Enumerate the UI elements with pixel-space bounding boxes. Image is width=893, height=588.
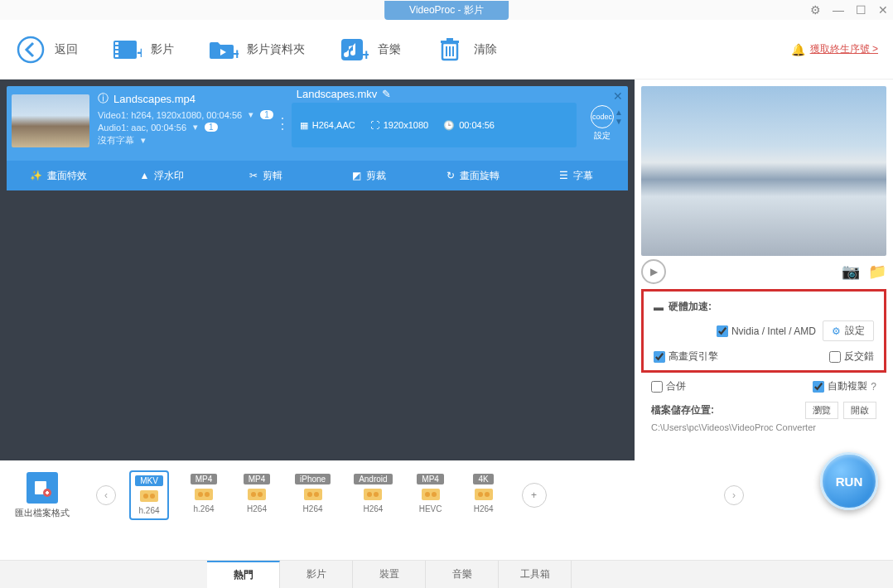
output-info: Landscapes.mkv ✎ ▦H264,AAC ⛶1920x1080 🕒0… [292,103,577,147]
card-up-button[interactable]: ▲ [615,108,623,117]
tab-hot[interactable]: 熱門 [207,561,280,588]
titlebar: VideoProc - 影片 ⚙ — ☐ ✕ [0,0,893,20]
format-item-4k-6[interactable]: 4KH264 [466,470,502,520]
open-folder-button[interactable]: 📁 [868,263,886,281]
format-badge: MP4 [191,474,218,484]
gpu-checkbox[interactable]: Nvidia / Intel / AMD [717,325,816,337]
format-thumb-icon [416,486,446,503]
svg-point-0 [18,37,43,62]
video-card[interactable]: ⓘ Landscapes.mp4 Video1: h264, 1920x1080… [7,86,628,190]
preview-area [641,86,886,256]
deinterlace-checkbox[interactable]: 反交錯 [829,349,874,364]
format-item-mkv-0[interactable]: MKVh.264 [129,470,169,520]
svg-point-22 [143,494,148,499]
source-filename: Landscapes.mp4 [113,93,195,105]
browse-button[interactable]: 瀏覽 [805,402,838,419]
audio-stream-count: 1 [205,123,218,132]
close-icon[interactable]: ✕ [878,3,888,17]
output-format-button[interactable]: 匯出檔案格式 [15,472,70,519]
bottom-area: 匯出檔案格式 ‹ MKVh.264MP4h.264MP4H264iPhoneH2… [0,460,893,588]
tab-trim[interactable]: ✂剪輯 [214,169,317,183]
tab-device[interactable]: 裝置 [353,561,426,588]
window-title: VideoProc - 影片 [384,1,509,20]
tab-subtitle[interactable]: ☰字幕 [524,169,628,183]
clear-button[interactable]: 清除 [434,34,497,65]
scissors-icon: ✂ [249,170,258,181]
minimize-icon[interactable]: — [833,3,844,17]
card-down-button[interactable]: ▼ [615,117,623,126]
svg-point-32 [314,492,319,497]
promo-link[interactable]: 🔔 獲取終生序號 > [791,42,878,56]
hw-settings-button[interactable]: ⚙ 設定 [823,321,874,341]
rotate-icon: ↻ [446,170,455,181]
video-button[interactable]: + 影片 [111,34,174,65]
back-button[interactable]: 返回 [15,34,78,65]
snapshot-button[interactable]: 📷 [842,263,860,281]
format-item-iphone-3[interactable]: iPhoneH264 [292,470,334,520]
autocopy-checkbox[interactable]: 自動複製 ? [813,379,876,393]
help-icon[interactable]: ? [871,381,876,393]
card-close-button[interactable]: ✕ [613,89,623,103]
output-filename: Landscapes.mkv [297,88,378,100]
format-item-mp4-5[interactable]: MP4HEVC [413,470,449,520]
promo-text: 獲取終生序號 > [810,42,878,56]
maximize-icon[interactable]: ☐ [856,3,866,17]
svg-rect-30 [304,489,322,500]
output-location-label: 檔案儲存位置: [651,403,714,417]
chip-icon: ▬ [654,301,664,313]
format-badge: MP4 [244,474,271,484]
add-format-button[interactable]: + [522,483,547,508]
format-codec-label: H264 [303,504,323,513]
svg-rect-16 [446,38,453,41]
resolution-icon: ⛶ [370,120,379,130]
info-icon: ⓘ [98,91,109,106]
svg-rect-9 [341,39,363,60]
svg-rect-21 [140,490,158,502]
open-location-button[interactable]: 開啟 [843,402,876,419]
tab-video[interactable]: 影片 [280,561,353,588]
music-label: 音樂 [378,42,401,57]
svg-rect-36 [422,489,440,500]
svg-point-25 [198,492,203,497]
svg-text:+: + [362,46,369,63]
run-button[interactable]: RUN [820,452,878,510]
bell-icon: 🔔 [791,43,805,56]
format-thumb-icon [189,486,219,503]
format-prev-button[interactable]: ‹ [96,485,116,505]
clear-label: 清除 [474,42,497,57]
format-item-mp4-2[interactable]: MP4H264 [239,470,275,520]
tab-crop[interactable]: ◩剪裁 [317,169,421,183]
arrow-icon: ⋮ [273,91,292,156]
music-button[interactable]: + 音樂 [338,34,401,65]
play-button[interactable]: ▶ [641,259,666,284]
format-badge: MP4 [417,474,444,484]
subtitle-dropdown[interactable]: ▾ [139,135,147,146]
svg-rect-2 [115,42,118,45]
format-item-android-4[interactable]: AndroidH264 [350,470,395,520]
svg-rect-39 [475,489,493,500]
format-thumb-icon [298,486,328,503]
format-item-mp4-1[interactable]: MP4h.264 [186,470,222,520]
tab-toolbox[interactable]: 工具箱 [499,561,572,588]
svg-point-40 [478,492,483,497]
tab-watermark[interactable]: ▲浮水印 [110,169,214,183]
hq-checkbox[interactable]: 高畫質引擎 [654,349,718,364]
codec-settings-label: 設定 [594,130,611,142]
tab-music[interactable]: 音樂 [426,561,499,588]
tab-rotate[interactable]: ↻畫面旋轉 [421,169,524,183]
svg-point-29 [258,492,263,497]
svg-text:+: + [137,44,142,62]
format-badge: MKV [135,475,163,486]
merge-checkbox[interactable]: 合併 [651,379,686,393]
svg-point-38 [432,492,437,497]
output-format-label: 匯出檔案格式 [15,507,70,519]
audio-stream-dropdown[interactable]: ▾ [191,122,200,133]
edit-name-icon[interactable]: ✎ [382,88,391,100]
format-bar: 匯出檔案格式 ‹ MKVh.264MP4h.264MP4H264iPhoneH2… [0,470,893,520]
svg-text:+: + [233,46,239,62]
tab-effects[interactable]: ✨畫面特效 [7,169,110,183]
settings-icon[interactable]: ⚙ [810,3,821,17]
video-stream-dropdown[interactable]: ▾ [247,109,255,120]
format-next-button[interactable]: › [724,485,744,505]
folder-button[interactable]: + 影片資料夾 [207,34,305,65]
